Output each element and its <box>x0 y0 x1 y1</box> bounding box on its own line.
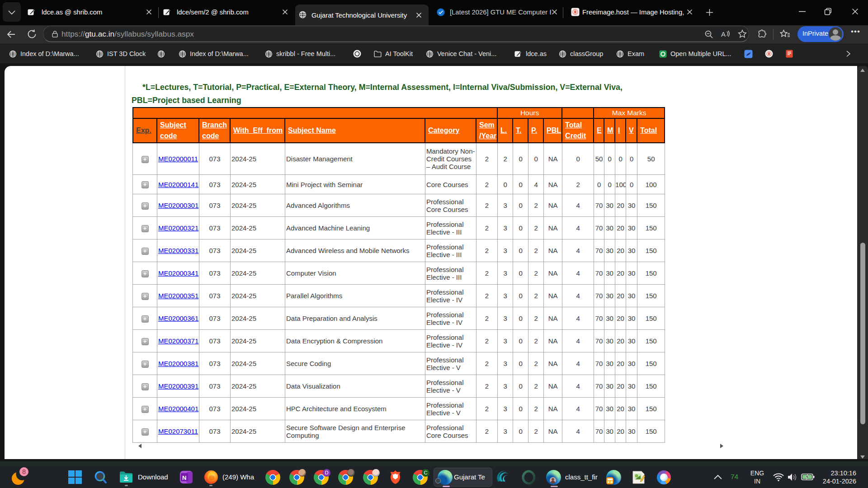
svg-text:N: N <box>182 474 186 481</box>
svg-text:A: A <box>721 30 726 38</box>
svg-text:8: 8 <box>22 468 26 475</box>
